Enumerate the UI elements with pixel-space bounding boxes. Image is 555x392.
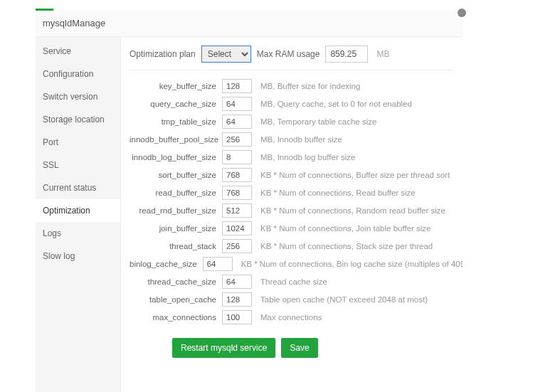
param-row: tmp_table_sizeMB, Temporary table cache …: [130, 113, 454, 129]
param-label: max_connections: [130, 313, 222, 322]
param-row: read_buffer_sizeKB * Num of connections,…: [130, 184, 454, 201]
param-input-sort_buffer_size[interactable]: [222, 168, 252, 182]
param-label: read_buffer_size: [130, 189, 222, 197]
sidebar: ServiceConfigurationSwitch versionStorag…: [36, 37, 121, 392]
param-input-innodb_buffer_pool_size[interactable]: [222, 132, 252, 147]
main-panel: Optimization plan Select Max RAM usage M…: [121, 37, 462, 392]
param-row: binlog_cache_sizeKB * Num of connections…: [130, 255, 454, 272]
param-label: innodb_log_buffer_size: [130, 153, 222, 161]
sidebar-item-switch-version[interactable]: Switch version: [36, 85, 120, 108]
param-row: max_connectionsMax connections: [130, 309, 454, 325]
restart-mysqld-button[interactable]: Restart mysqld service: [172, 338, 275, 358]
param-input-innodb_log_buffer_size[interactable]: [222, 150, 252, 164]
param-label: sort_buffer_size: [130, 171, 222, 179]
param-input-thread_stack[interactable]: [222, 239, 252, 253]
param-label: join_buffer_size: [130, 224, 222, 233]
sidebar-item-logs[interactable]: Logs: [36, 222, 120, 245]
close-icon[interactable]: [458, 9, 466, 17]
param-input-tmp_table_size[interactable]: [222, 115, 252, 129]
param-label: binlog_cache_size: [130, 260, 203, 268]
save-button[interactable]: Save: [281, 338, 317, 358]
optimization-plan-label: Optimization plan: [130, 49, 196, 59]
param-desc: KB * Num of connections, Bin log cache s…: [241, 260, 462, 268]
param-label: query_cache_size: [130, 100, 222, 108]
param-row: innodb_buffer_pool_sizeMB, Innodb buffer…: [130, 131, 454, 147]
param-desc: MB, Temporary table cache size: [260, 117, 376, 126]
param-input-join_buffer_size[interactable]: [222, 221, 252, 235]
param-desc: MB, Query cache, set to 0 for not enable…: [260, 100, 412, 108]
optimization-plan-select[interactable]: Select: [201, 46, 251, 63]
param-input-read_rnd_buffer_size[interactable]: [222, 203, 252, 218]
param-row: innodb_log_buffer_sizeMB, Innodb log buf…: [130, 149, 454, 165]
param-label: key_buffer_size: [130, 82, 222, 90]
param-input-query_cache_size[interactable]: [222, 97, 252, 111]
param-input-table_open_cache[interactable]: [222, 292, 252, 307]
param-label: thread_cache_size: [130, 277, 222, 286]
param-desc: MB, Buffer size for indexing: [260, 82, 360, 90]
sidebar-item-optimization[interactable]: Optimization: [36, 199, 120, 222]
param-desc: Max connections: [260, 313, 322, 322]
param-desc: Table open cache (NOT exceed 2048 at mos…: [260, 295, 428, 304]
param-input-key_buffer_size[interactable]: [222, 79, 252, 93]
sidebar-item-configuration[interactable]: Configuration: [36, 63, 120, 85]
max-ram-input[interactable]: [325, 46, 368, 63]
param-desc: KB * Num of connections, Join table buff…: [260, 224, 431, 233]
param-label: innodb_buffer_pool_size: [130, 135, 222, 144]
param-input-read_buffer_size[interactable]: [222, 186, 252, 200]
param-row: sort_buffer_sizeKB * Num of connections,…: [130, 166, 454, 183]
sidebar-item-service[interactable]: Service: [36, 40, 120, 63]
param-row: query_cache_sizeMB, Query cache, set to …: [130, 95, 454, 112]
param-desc: MB, Innodb buffer size: [260, 135, 342, 144]
max-ram-unit: MB: [376, 49, 389, 59]
param-label: table_open_cache: [130, 295, 222, 304]
max-ram-label: Max RAM usage: [257, 49, 320, 59]
param-input-binlog_cache_size[interactable]: [203, 257, 233, 271]
sidebar-item-current-status[interactable]: Current status: [36, 176, 120, 199]
param-row: thread_stackKB * Num of connections, Sta…: [130, 238, 454, 254]
param-input-max_connections[interactable]: [222, 310, 252, 324]
sidebar-item-ssl[interactable]: SSL: [36, 154, 120, 176]
param-row: thread_cache_sizeThread cache size: [130, 273, 454, 290]
param-label: read_rnd_buffer_size: [130, 206, 222, 215]
param-desc: KB * Num of connections, Read buffer siz…: [260, 189, 416, 197]
sidebar-item-port[interactable]: Port: [36, 131, 120, 154]
param-input-thread_cache_size[interactable]: [222, 275, 252, 289]
param-label: tmp_table_size: [130, 117, 222, 126]
param-row: join_buffer_sizeKB * Num of connections,…: [130, 220, 454, 236]
page-title: mysqldManage: [36, 10, 462, 37]
sidebar-item-storage-location[interactable]: Storage location: [36, 108, 120, 131]
param-desc: KB * Num of connections, Buffer size per…: [260, 171, 450, 179]
param-desc: KB * Num of connections, Random read buf…: [260, 206, 445, 215]
param-desc: Thread cache size: [260, 277, 327, 286]
param-row: table_open_cacheTable open cache (NOT ex…: [130, 291, 454, 307]
param-label: thread_stack: [130, 242, 222, 250]
param-desc: KB * Num of connections, Stack size per …: [260, 242, 433, 250]
sidebar-item-slow-log[interactable]: Slow log: [36, 245, 120, 267]
param-row: key_buffer_sizeMB, Buffer size for index…: [130, 78, 454, 94]
param-desc: MB, Innodb log buffer size: [260, 153, 355, 161]
param-row: read_rnd_buffer_sizeKB * Num of connecti…: [130, 202, 454, 218]
